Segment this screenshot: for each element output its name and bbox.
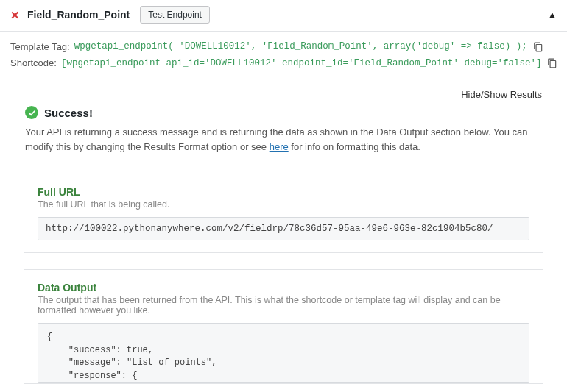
full-url-title: Full URL [38, 186, 529, 198]
success-check-icon [25, 106, 38, 119]
success-heading: Success! [10, 106, 557, 119]
template-tag-row: Template Tag: wpgetapi_endpoint( 'DOWELL… [10, 39, 557, 55]
copy-icon[interactable] [533, 42, 543, 52]
data-output-sub: The output that has been returned from t… [38, 295, 529, 316]
success-message: Your API is returning a success message … [10, 125, 557, 166]
results-area: Hide/Show Results Success! Your API is r… [0, 71, 567, 392]
template-tag-label: Template Tag: [10, 39, 70, 55]
template-tag-code: wpgetapi_endpoint( 'DOWELL10012', 'Field… [74, 39, 527, 54]
data-output-card: Data Output The output that has been ret… [24, 269, 543, 384]
close-icon[interactable]: ✕ [10, 10, 20, 21]
full-url-value[interactable]: http://100022.pythonanywhere.com/v2/fiel… [38, 217, 529, 240]
shortcode-code: [wpgetapi_endpoint api_id='DOWELL10012' … [61, 56, 542, 71]
formatting-link[interactable]: here [270, 141, 289, 152]
test-endpoint-button[interactable]: Test Endpoint [140, 6, 210, 24]
success-message-part2: for info on formatting this data. [289, 141, 420, 152]
copy-icon[interactable] [547, 58, 557, 68]
data-output-title: Data Output [38, 282, 529, 293]
endpoint-header: ✕ Field_Random_Point Test Endpoint ▲ [0, 0, 567, 31]
hide-show-toggle[interactable]: Hide/Show Results [10, 71, 557, 106]
full-url-card: Full URL The full URL that is being call… [24, 174, 543, 253]
success-title: Success! [44, 107, 93, 119]
tags-block: Template Tag: wpgetapi_endpoint( 'DOWELL… [0, 32, 567, 71]
collapse-icon[interactable]: ▲ [548, 10, 557, 20]
shortcode-label: Shortcode: [10, 55, 57, 71]
shortcode-row: Shortcode: [wpgetapi_endpoint api_id='DO… [10, 55, 557, 71]
full-url-sub: The full URL that is being called. [38, 199, 529, 210]
endpoint-title: Field_Random_Point [27, 9, 130, 21]
data-output-json[interactable]: { "success": true, "message": "List of p… [38, 323, 529, 383]
